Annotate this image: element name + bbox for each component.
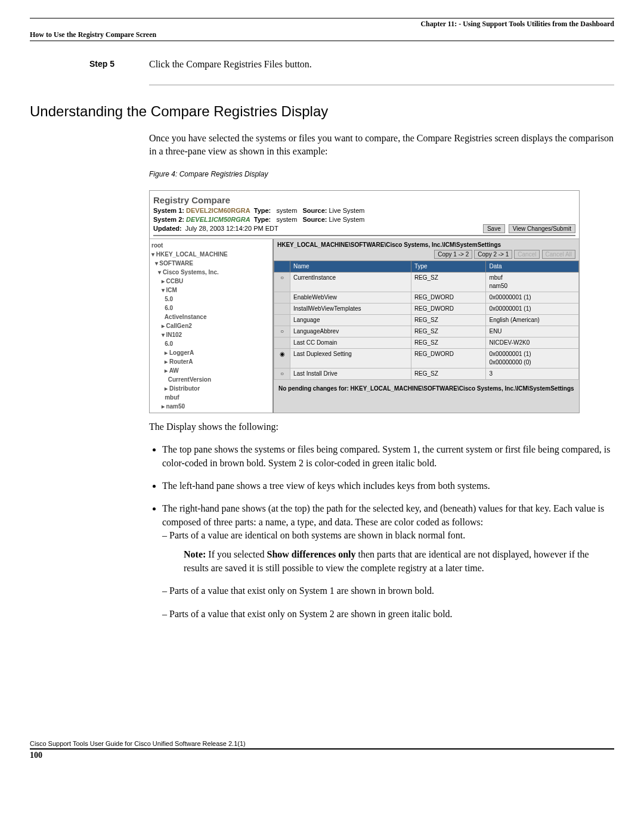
table-row[interactable]: EnableWebViewREG_DWORD0x00000001 (1) [274,292,579,304]
bullet-2: The left-hand pane shows a tree view of … [162,479,614,493]
cell-data: NICDEV-W2K0 [486,337,579,349]
tree-item[interactable]: ▾ IN102 [151,330,271,339]
cell-type: REG_SZ [411,272,486,292]
row-radio[interactable] [274,304,290,315]
cell-name: Language [290,315,411,326]
divider [149,85,614,85]
table-row[interactable]: ○CurrentInstanceREG_SZmbuf nam50 [274,272,579,292]
tree-item[interactable]: 5.0 [151,295,271,304]
registry-path: HKEY_LOCAL_MACHINE\SOFTWARE\Cisco System… [274,239,579,250]
row-radio[interactable]: ○ [274,326,290,337]
cell-type: REG_DWORD [411,304,486,315]
row-radio[interactable]: ◉ [274,349,290,368]
bullet-3: The right-hand pane shows (at the top) t… [162,502,614,621]
table-row[interactable]: ○LanguageAbbrevREG_SZENU [274,326,579,337]
tree-item[interactable]: ▸ CallGen2 [151,321,271,330]
tree-item[interactable]: ▸ LoggerA [151,348,271,357]
table-row[interactable]: InstallWebViewTemplatesREG_DWORD0x000000… [274,304,579,315]
cell-type: REG_DWORD [411,349,486,368]
tree-item[interactable]: ▸ CCBU [151,277,271,286]
row-radio[interactable] [274,292,290,304]
cell-name: LanguageAbbrev [290,326,411,337]
type-label-2: Type: [254,216,271,223]
sys1-label: System 1: [153,207,184,214]
tree-item[interactable]: ▾ Cisco Systems, Inc. [151,268,271,277]
row-radio[interactable]: ○ [274,272,290,292]
tree-item[interactable]: 6.0 [151,339,271,348]
table-row[interactable]: Last CC DomainREG_SZNICDEV-W2K0 [274,337,579,349]
table-row[interactable]: ○Last Install DriveREG_SZ3 [274,368,579,380]
tree-item[interactable]: ▾ ICM [151,286,271,295]
tree-item[interactable]: ▸ Distributor [151,384,271,393]
cancel-all-button[interactable]: Cancel All [542,250,575,259]
updated-value: July 28, 2003 12:14:20 PM EDT [185,225,278,232]
row-radio[interactable] [274,337,290,349]
col-name: Name [290,261,411,272]
cell-name: Last Install Drive [290,368,411,380]
sub-bullet-3: Parts of a value that exist only on Syst… [173,608,614,621]
tree-item[interactable]: 6.0 [151,304,271,312]
tree-item[interactable]: ▸ RouterA [151,357,271,366]
type-val-1: system [276,207,297,214]
screenshot-title: Registry Compare [153,194,575,206]
tree-item[interactable]: ▸ nam50 [151,402,271,411]
cell-data: mbuf nam50 [486,272,579,292]
cell-data: 0x00000001 (1) [486,292,579,304]
bullet-list: The top pane shows the systems or files … [149,443,614,621]
source-val-2: Live System [329,216,365,223]
updated-label: Updated: [153,225,182,232]
bullet-1: The top pane shows the systems or files … [162,443,614,470]
display-intro: The Display shows the following: [149,420,614,433]
tree-item[interactable]: ▾ HKEY_LOCAL_MACHINE [151,250,271,259]
cell-type: REG_SZ [411,337,486,349]
copy-1-to-2-button[interactable]: Copy 1 -> 2 [434,250,472,259]
sub-bullet-2: Parts of a value that exist only on Syst… [173,584,614,597]
pending-changes-text: No pending changes for: HKEY_LOCAL_MACHI… [274,380,579,398]
cell-name: EnableWebView [290,292,411,304]
tree-item[interactable]: CurrentVersion [151,375,271,384]
cell-name: Last Duplexed Setting [290,349,411,368]
cell-type: REG_SZ [411,368,486,380]
tree-item[interactable]: ▾ SOFTWARE [151,259,271,268]
cancel-button[interactable]: Cancel [514,250,540,259]
tree-item[interactable]: mbuf [151,393,271,402]
cell-data: English (American) [486,315,579,326]
section-header: How to Use the Registry Compare Screen [30,30,614,41]
row-radio[interactable]: ○ [274,368,290,380]
save-button[interactable]: Save [483,224,505,233]
tree-item[interactable]: ActiveInstance [151,312,271,321]
step-text: Click the Compare Registries Files butto… [149,59,312,70]
copy-2-to-1-button[interactable]: Copy 2 -> 1 [474,250,512,259]
tree-pane[interactable]: root▾ HKEY_LOCAL_MACHINE ▾ SOFTWARE ▾ Ci… [150,239,274,413]
registry-compare-screenshot: Registry Compare System 1: DEVEL2ICM60RG… [149,190,580,413]
right-pane: HKEY_LOCAL_MACHINE\SOFTWARE\Cisco System… [274,239,579,413]
cell-name: InstallWebViewTemplates [290,304,411,315]
row-radio[interactable] [274,315,290,326]
sub-bullet-1: Parts of a value are identical on both s… [173,529,614,575]
sys2-value: DEVEL1ICM50RGRA [186,216,250,223]
tree-item[interactable]: root [151,241,271,250]
table-row[interactable]: ◉Last Duplexed SettingREG_DWORD0x0000000… [274,349,579,368]
sys1-value: DEVEL2ICM60RGRA [186,207,250,214]
cell-type: REG_SZ [411,326,486,337]
section-heading: Understanding the Compare Registries Dis… [30,103,614,120]
cell-name: Last CC Domain [290,337,411,349]
tree-item[interactable]: ▸ AW [151,366,271,375]
type-label-1: Type: [254,207,271,214]
view-changes-button[interactable]: View Changes/Submit [509,224,575,233]
sys2-label: System 2: [153,216,184,223]
cell-name: CurrentInstance [290,272,411,292]
cell-data: 0x00000001 (1) 0x00000000 (0) [486,349,579,368]
intro-paragraph: Once you have selected the systems or fi… [149,132,614,159]
figure-caption: Figure 4: Compare Registries Display [149,169,614,179]
registry-table: Name Type Data ○CurrentInstanceREG_SZmbu… [274,261,579,380]
cell-type: REG_SZ [411,315,486,326]
cell-data: 3 [486,368,579,380]
table-row[interactable]: LanguageREG_SZEnglish (American) [274,315,579,326]
step-label: Step 5 [89,59,149,70]
source-val-1: Live System [329,207,365,214]
cell-data: ENU [486,326,579,337]
source-label-1: Source: [302,207,327,214]
col-type: Type [411,261,486,272]
cell-type: REG_DWORD [411,292,486,304]
